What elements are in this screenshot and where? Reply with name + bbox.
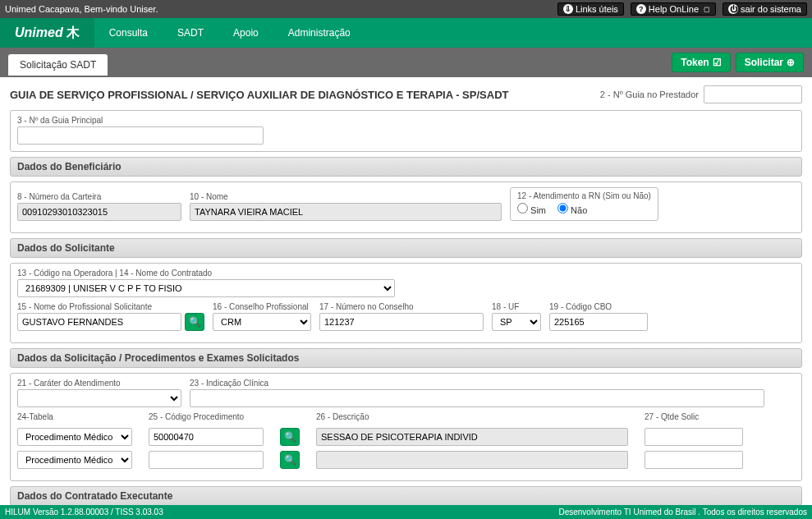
help-online-button[interactable]: ?Help OnLine▢ [631, 2, 716, 16]
radio-rn-nao[interactable]: Não [557, 203, 587, 215]
nav-sadt[interactable]: SADT [163, 18, 218, 48]
label-prof-solic: 15 - Nome do Profissional Solicitante [17, 302, 204, 311]
input-nome-benef [190, 203, 502, 221]
search-icon: 🔍 [189, 316, 201, 328]
plus-icon: ⊕ [787, 57, 795, 68]
check-icon: ☑ [713, 57, 722, 68]
input-guia-principal[interactable] [17, 126, 264, 145]
label-atend-rn: 12 - Atendimento a RN (Sim ou Não) [517, 191, 651, 200]
proc-row: Procedimento Médico 🔍 [17, 451, 795, 469]
input-guia-prestador[interactable] [704, 85, 802, 103]
input-descricao-1 [316, 451, 628, 469]
label-cod-operadora-solic: 13 - Código na Operadora | 14 - Nome do … [17, 269, 795, 278]
select-tabela-0[interactable]: Procedimento Médico [17, 428, 132, 446]
welcome-text: Unimed Cacapava, Bem-vindo Uniser. [5, 4, 557, 14]
input-indicacao[interactable] [190, 389, 764, 407]
links-uteis-button[interactable]: ⇩Links úteis [557, 2, 624, 16]
input-cbo[interactable] [549, 313, 648, 331]
page-title: GUIA DE SERVIÇO PROFISSIONAL / SERVIÇO A… [10, 89, 600, 101]
nav-consulta[interactable]: Consulta [94, 18, 163, 48]
select-carater[interactable] [17, 389, 181, 407]
solicitar-button[interactable]: Solicitar ⊕ [736, 53, 804, 72]
label-cod-proc: 25 - Código Procedimento [149, 412, 264, 421]
input-qtde-1[interactable] [645, 451, 743, 469]
search-proc-0-button[interactable]: 🔍 [280, 428, 300, 446]
input-descricao-0 [316, 428, 628, 446]
radio-rn-sim[interactable]: Sim [517, 203, 546, 215]
label-tabela: 24-Tabela [17, 412, 132, 421]
nav-apoio[interactable]: Apoio [218, 18, 273, 48]
nav-administracao[interactable]: Administração [273, 18, 365, 48]
search-icon: 🔍 [284, 454, 296, 466]
input-codigo-0[interactable] [149, 428, 264, 446]
token-button[interactable]: Token ☑ [672, 53, 730, 72]
logo: Unimed⽊ [0, 18, 94, 48]
search-icon: 🔍 [284, 431, 296, 443]
search-proc-1-button[interactable]: 🔍 [280, 451, 300, 469]
section-executante: Dados do Contratado Executante [10, 486, 802, 506]
select-conselho[interactable]: CRM [213, 313, 311, 331]
label-uf: 18 - UF [492, 302, 541, 311]
label-nome-benef: 10 - Nome [190, 192, 502, 201]
tab-solicitacao-sadt[interactable]: Solicitação SADT [8, 54, 108, 76]
input-num-conselho[interactable] [319, 313, 484, 331]
input-codigo-1[interactable] [149, 451, 264, 469]
label-guia-prestador: 2 - Nº Guia no Prestador [600, 90, 699, 99]
label-num-conselho: 17 - Número no Conselho [319, 302, 484, 311]
section-solicitante: Dados do Solicitante [10, 238, 802, 258]
search-prof-button[interactable]: 🔍 [185, 313, 204, 331]
select-uf[interactable]: SP [492, 313, 541, 331]
select-contratado[interactable]: 21689309 | UNISER V C P F TO FISIO [17, 279, 395, 297]
link-icon: ⇩ [563, 4, 573, 14]
input-carteira [17, 203, 181, 221]
label-guia-principal: 3 - Nº da Guia Principal [17, 116, 795, 125]
proc-row: Procedimento Médico 🔍 [17, 428, 795, 446]
power-icon: ⏻ [728, 4, 738, 14]
section-procedimentos: Dados da Solicitação / Procedimentos e E… [10, 348, 802, 368]
tree-icon: ⽊ [67, 25, 80, 42]
label-conselho: 16 - Conselho Profissional [213, 302, 311, 311]
footer-version: HILUM Versão 1.2.88.00003 / TISS 3.03.03 [5, 508, 163, 517]
label-carteira: 8 - Número da Carteira [17, 192, 181, 201]
footer-copyright: Desenvolvimento TI Unimed do Brasil . To… [558, 508, 807, 517]
sair-button[interactable]: ⏻sair do sistema [723, 2, 807, 16]
select-tabela-1[interactable]: Procedimento Médico [17, 451, 132, 469]
label-qtde: 27 - Qtde Solic [645, 412, 743, 421]
input-prof-solic[interactable] [17, 313, 181, 331]
label-indicacao: 23 - Indicação Clínica [190, 379, 795, 388]
input-qtde-0[interactable] [645, 428, 743, 446]
help-icon: ? [636, 4, 646, 14]
label-cbo: 19 - Código CBO [549, 302, 648, 311]
label-carater: 21 - Caráter do Atendimento [17, 379, 181, 388]
section-beneficiario: Dados do Beneficiário [10, 157, 802, 177]
label-descricao: 26 - Descrição [316, 412, 628, 421]
